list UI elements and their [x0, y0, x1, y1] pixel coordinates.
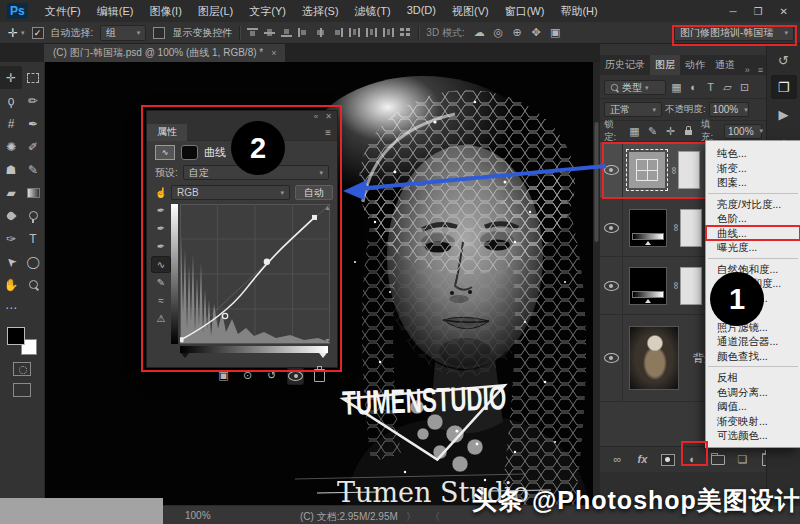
- draw-curve-pencil-icon[interactable]: ✎: [152, 275, 170, 290]
- curve-point-1[interactable]: [223, 313, 228, 318]
- adjustment-menu-item-自然饱和度[interactable]: 自然饱和度...: [706, 262, 800, 277]
- eyedropper-tool[interactable]: ✒: [22, 112, 44, 135]
- new-layer-icon[interactable]: ❏: [735, 452, 750, 468]
- panel-tab-图层[interactable]: 图层: [650, 55, 680, 75]
- adjustment-menu-item-图案[interactable]: 图案...: [706, 175, 800, 190]
- align-bottom-icon[interactable]: [281, 28, 292, 37]
- black-point-slider[interactable]: [181, 353, 189, 358]
- hand-tool[interactable]: ✋: [0, 273, 22, 296]
- lock-paint-icon[interactable]: ✎: [645, 123, 660, 139]
- smooth-curve-icon[interactable]: ≈: [152, 293, 170, 308]
- background-layer-thumbnail[interactable]: [629, 326, 679, 390]
- adjustment-menu-item-渐变映射[interactable]: 渐变映射...: [706, 414, 800, 429]
- align-vcenter-icon[interactable]: [264, 28, 275, 37]
- clone-stamp-tool[interactable]: ☗: [0, 158, 22, 181]
- distribute-right-icon[interactable]: [383, 28, 394, 37]
- adjustment-menu-item-阈值[interactable]: 阈值...: [706, 399, 800, 414]
- gradient-tool[interactable]: [22, 181, 44, 204]
- 3d-slide-icon[interactable]: ✥: [529, 25, 544, 41]
- curve-point-0[interactable]: [180, 337, 184, 342]
- status-scroll-arrows[interactable]: 〉〈: [406, 510, 454, 524]
- curve-plot[interactable]: [180, 204, 330, 344]
- visibility-cell[interactable]: [600, 315, 623, 401]
- adjustment-menu-item-曲线[interactable]: 曲线...: [706, 226, 800, 241]
- blend-mode-dropdown[interactable]: 正常▾: [604, 102, 662, 117]
- layers-panel-icon[interactable]: ❐: [772, 76, 796, 98]
- scroll-up-icon[interactable]: ▲: [324, 204, 331, 211]
- dodge-tool[interactable]: [22, 204, 44, 227]
- menu-item-文字(Y)[interactable]: 文字(Y): [241, 4, 294, 19]
- adjustment-menu-item-渐变[interactable]: 渐变...: [706, 161, 800, 176]
- panel-menu-icon[interactable]: ≡: [755, 65, 766, 75]
- panel-menu-icon[interactable]: ≡: [325, 127, 337, 138]
- white-point-slider[interactable]: [319, 353, 327, 358]
- adjustment-menu-item-可选颜色[interactable]: 可选颜色...: [706, 428, 800, 443]
- scroll-down-icon[interactable]: ▼: [324, 337, 331, 344]
- layer-style-icon[interactable]: fx: [635, 452, 650, 468]
- gray-point-eyedropper-icon[interactable]: ✒: [152, 221, 170, 236]
- auto-button[interactable]: 自动: [295, 185, 333, 200]
- menu-item-图像(I)[interactable]: 图像(I): [141, 4, 189, 19]
- filter-type-icon[interactable]: T: [703, 80, 718, 96]
- minimize-button[interactable]: ─: [730, 6, 737, 17]
- filter-pixel-icon[interactable]: ▦: [669, 80, 684, 96]
- workspace-dropdown[interactable]: 图门修图培训-韩国瑞▾: [674, 25, 794, 41]
- adjustment-menu-item-反相[interactable]: 反相: [706, 370, 800, 385]
- menu-item-视图(V)[interactable]: 视图(V): [444, 4, 497, 19]
- curve-point-2[interactable]: [264, 259, 269, 264]
- edit-curve-icon[interactable]: ∿: [152, 257, 170, 272]
- fill-dropdown[interactable]: 100%▾: [724, 124, 762, 139]
- crop-tool[interactable]: #: [0, 112, 22, 135]
- history-panel-icon[interactable]: ↺: [772, 49, 796, 71]
- quick-selection-tool[interactable]: ✏: [22, 89, 44, 112]
- black-point-eyedropper-icon[interactable]: ✒: [152, 239, 170, 254]
- levels-layer-thumbnail[interactable]: [629, 209, 667, 247]
- more-tools[interactable]: ⋯: [0, 296, 22, 319]
- foreground-color-swatch[interactable]: [7, 327, 25, 345]
- workspace-grid-icon[interactable]: [400, 28, 411, 37]
- 3d-roll-icon[interactable]: ◎: [491, 25, 506, 41]
- white-point-eyedropper-icon[interactable]: ✒: [152, 203, 170, 218]
- lock-all-icon[interactable]: [681, 123, 696, 139]
- maximize-button[interactable]: ❒: [754, 6, 763, 17]
- new-group-icon[interactable]: [710, 452, 725, 468]
- filter-smart-icon[interactable]: ⊡: [737, 80, 752, 96]
- curve-point-3[interactable]: [312, 215, 317, 220]
- menu-item-3D(D)[interactable]: 3D(D): [399, 4, 444, 19]
- align-hcenter-icon[interactable]: [315, 28, 326, 37]
- collapse-icon[interactable]: «: [314, 112, 318, 124]
- link-layers-icon[interactable]: ∞: [610, 452, 625, 468]
- screen-mode-button[interactable]: [13, 383, 31, 397]
- visibility-cell[interactable]: [600, 142, 623, 198]
- history-brush-tool[interactable]: ✎: [22, 158, 44, 181]
- document-tab[interactable]: (C) 图门-韩国瑞.psd @ 100% (曲线 1, RGB/8) * ×: [44, 44, 285, 62]
- adjustment-menu-item-色阶[interactable]: 色阶...: [706, 211, 800, 226]
- zoom-level[interactable]: 100%: [185, 510, 211, 521]
- current-tool-chip[interactable]: ✛ ▾: [8, 26, 25, 40]
- type-tool[interactable]: T: [22, 227, 44, 250]
- 3d-rotate-icon[interactable]: ☁: [472, 25, 487, 41]
- mask-thumbnail-icon[interactable]: [181, 145, 198, 160]
- adjustment-menu-item-通道混合器[interactable]: 通道混合器...: [706, 334, 800, 349]
- histogram-warning-icon[interactable]: ⚠: [152, 311, 170, 326]
- new-adjustment-layer-icon[interactable]: ◐: [685, 452, 700, 468]
- quick-mask-button[interactable]: [13, 362, 31, 376]
- align-right-icon[interactable]: [332, 28, 343, 37]
- panel-tab-历史记录[interactable]: 历史记录: [600, 55, 650, 75]
- layer-mask-thumbnail[interactable]: [678, 151, 700, 189]
- auto-select-dropdown[interactable]: 组▾: [100, 25, 146, 41]
- zoom-tool[interactable]: [22, 273, 44, 296]
- auto-select-checkbox[interactable]: ✓: [32, 27, 44, 39]
- adjustment-menu-item-亮度/对比度[interactable]: 亮度/对比度...: [706, 197, 800, 212]
- blur-tool[interactable]: [0, 204, 22, 227]
- eraser-tool[interactable]: ▰: [0, 181, 22, 204]
- close-icon[interactable]: ✕: [325, 112, 332, 124]
- visibility-cell[interactable]: [600, 257, 623, 314]
- visibility-cell[interactable]: [600, 199, 623, 256]
- panel-overflow-icon[interactable]: »: [742, 65, 753, 75]
- add-mask-icon[interactable]: [660, 452, 675, 468]
- adjustment-menu-item-色调分离[interactable]: 色调分离...: [706, 385, 800, 400]
- filter-shape-icon[interactable]: ▱: [720, 80, 735, 96]
- clip-to-layer-icon[interactable]: ▣: [216, 368, 231, 384]
- menu-item-编辑(E)[interactable]: 编辑(E): [89, 4, 142, 19]
